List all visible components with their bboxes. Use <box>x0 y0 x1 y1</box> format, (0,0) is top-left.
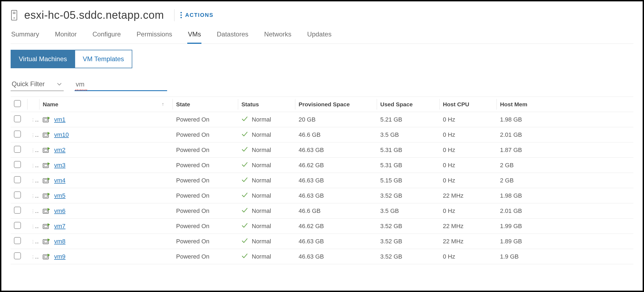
cell-status: Normal <box>252 223 271 230</box>
vm-powered-on-icon <box>43 192 50 199</box>
tab-summary[interactable]: Summary <box>11 27 40 44</box>
vm-name-link[interactable]: vm4 <box>54 177 66 184</box>
col-mem[interactable]: Host Mem <box>497 97 633 112</box>
drag-handle-icon[interactable]: ⋮⋮ <box>31 253 39 260</box>
vm-powered-on-icon <box>43 238 50 245</box>
vm-name-link[interactable]: vm3 <box>54 162 66 169</box>
cell-cpu: 0 Hz <box>440 203 497 219</box>
cell-used: 3.5 GB <box>377 127 440 142</box>
drag-handle-icon[interactable]: ⋮⋮ <box>31 131 39 138</box>
svg-rect-1 <box>13 12 16 13</box>
cell-state: Powered On <box>173 219 238 234</box>
page-header: esxi-hc-05.sddc.netapp.com ACTIONS <box>11 8 633 24</box>
tab-datastores[interactable]: Datastores <box>216 27 249 44</box>
drag-handle-icon[interactable]: ⋮⋮ <box>31 207 39 214</box>
row-checkbox[interactable] <box>14 207 21 214</box>
svg-rect-13 <box>44 180 47 182</box>
vm-name-link[interactable]: vm7 <box>54 223 66 230</box>
cell-status: Normal <box>252 162 271 169</box>
cell-status: Normal <box>252 116 271 123</box>
row-checkbox[interactable] <box>14 146 21 153</box>
cell-status: Normal <box>252 192 271 199</box>
svg-rect-21 <box>44 241 47 243</box>
vm-name-link[interactable]: vm2 <box>54 147 66 154</box>
drag-handle-icon[interactable]: ⋮⋮ <box>31 192 39 199</box>
row-checkbox[interactable] <box>14 222 21 229</box>
vm-powered-on-icon <box>43 177 50 184</box>
vm-name-link[interactable]: vm8 <box>54 238 66 245</box>
drag-handle-icon[interactable]: ⋮⋮ <box>31 162 39 169</box>
vm-powered-on-icon <box>43 207 50 215</box>
cell-mem: 2 GB <box>497 158 633 173</box>
row-checkbox[interactable] <box>14 237 21 244</box>
cell-cpu: 22 MHz <box>440 234 497 249</box>
col-status[interactable]: Status <box>238 97 295 112</box>
status-normal-icon <box>241 176 248 185</box>
cell-provisioned: 46.63 GB <box>295 173 377 188</box>
tab-configure[interactable]: Configure <box>92 27 121 44</box>
cell-provisioned: 46.63 GB <box>295 188 377 203</box>
col-provisioned[interactable]: Provisioned Space <box>295 97 377 112</box>
sub-tabs: Virtual MachinesVM Templates <box>11 50 633 68</box>
tab-vms[interactable]: VMs <box>187 27 201 44</box>
row-checkbox[interactable] <box>14 115 21 122</box>
cell-used: 5.15 GB <box>377 173 440 188</box>
vm-name-link[interactable]: vm5 <box>54 192 66 199</box>
drag-handle-icon[interactable]: ⋮⋮ <box>31 177 39 184</box>
svg-rect-19 <box>44 225 47 228</box>
drag-handle-icon[interactable]: ⋮⋮ <box>31 147 39 153</box>
cell-mem: 1.99 GB <box>497 219 633 234</box>
tab-monitor[interactable]: Monitor <box>54 27 77 44</box>
cell-provisioned: 46.6 GB <box>295 203 377 219</box>
actions-menu[interactable]: ACTIONS <box>180 12 213 18</box>
vm-name-link[interactable]: vm6 <box>54 207 66 215</box>
drag-handle-icon[interactable]: ⋮⋮ <box>31 116 39 123</box>
cell-mem: 1.98 GB <box>497 112 633 127</box>
status-normal-icon <box>241 237 248 246</box>
status-normal-icon <box>241 222 248 230</box>
quick-filter-dropdown[interactable]: Quick Filter <box>11 80 64 91</box>
filter-bar: Quick Filter <box>11 80 633 91</box>
drag-handle-icon[interactable]: ⋮⋮ <box>31 238 39 245</box>
subtab-vm-templates[interactable]: VM Templates <box>75 50 132 68</box>
cell-status: Normal <box>252 253 271 260</box>
tab-networks[interactable]: Networks <box>264 27 292 44</box>
row-checkbox[interactable] <box>14 176 21 183</box>
cell-mem: 1.9 GB <box>497 249 633 264</box>
col-cpu[interactable]: Host CPU <box>440 97 497 112</box>
tab-updates[interactable]: Updates <box>307 27 332 44</box>
row-checkbox[interactable] <box>14 191 21 198</box>
vm-name-link[interactable]: vm9 <box>54 253 66 260</box>
vm-name-link[interactable]: vm10 <box>54 131 69 138</box>
quick-filter-label: Quick Filter <box>12 80 45 88</box>
table-row: ⋮⋮vm1Powered OnNormal20 GB5.21 GB0 Hz1.9… <box>11 112 633 127</box>
cell-mem: 1.98 GB <box>497 188 633 203</box>
cell-cpu: 0 Hz <box>440 127 497 142</box>
row-checkbox[interactable] <box>14 131 21 138</box>
cell-state: Powered On <box>173 188 238 203</box>
row-checkbox[interactable] <box>14 252 21 259</box>
spellcheck-squiggle <box>75 89 87 91</box>
row-checkbox[interactable] <box>14 161 21 168</box>
svg-rect-15 <box>44 195 47 197</box>
cell-mem: 2.01 GB <box>497 203 633 219</box>
cell-provisioned: 46.63 GB <box>295 249 377 264</box>
vm-name-link[interactable]: vm1 <box>54 116 66 123</box>
cell-state: Powered On <box>173 173 238 188</box>
host-title: esxi-hc-05.sddc.netapp.com <box>24 9 164 21</box>
table-row: ⋮⋮vm9Powered OnNormal46.63 GB3.52 GB0 Hz… <box>11 249 633 264</box>
filter-input[interactable] <box>75 80 167 91</box>
status-normal-icon <box>241 161 248 169</box>
vm-powered-on-icon <box>43 131 50 138</box>
table-row: ⋮⋮vm4Powered OnNormal46.63 GB5.15 GB0 Hz… <box>11 173 633 188</box>
cell-status: Normal <box>252 238 271 245</box>
cell-status: Normal <box>252 177 271 184</box>
tab-permissions[interactable]: Permissions <box>136 27 173 44</box>
col-name[interactable]: Name ↑ <box>39 97 173 112</box>
col-state[interactable]: State <box>173 97 238 112</box>
drag-handle-icon[interactable]: ⋮⋮ <box>31 223 39 229</box>
subtab-virtual-machines[interactable]: Virtual Machines <box>11 50 75 68</box>
cell-provisioned: 20 GB <box>295 112 377 127</box>
col-used[interactable]: Used Space <box>377 97 440 112</box>
select-all-checkbox[interactable] <box>14 100 21 107</box>
